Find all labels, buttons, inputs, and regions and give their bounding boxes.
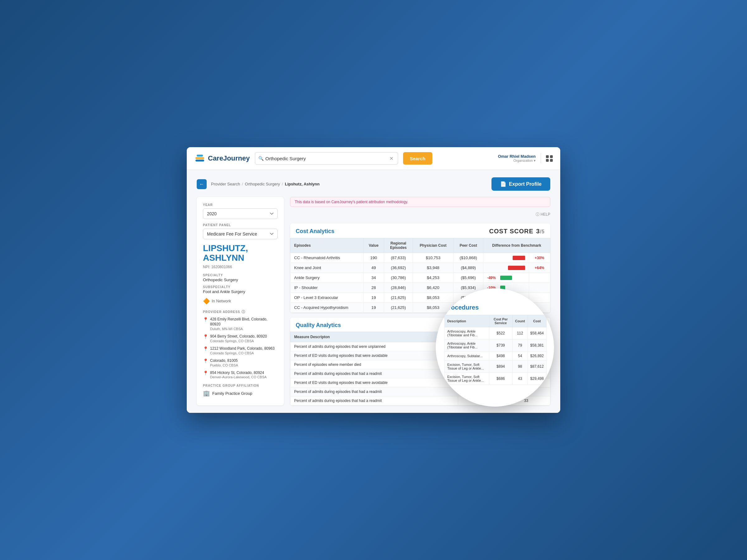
address-street: 1212 Woodland Park, Colorado, 80963 xyxy=(210,346,275,351)
episode-name: IP - Shoulder xyxy=(290,283,364,293)
address-icon: 📍 xyxy=(203,371,208,375)
address-icon: 📍 xyxy=(203,358,208,364)
cost-analytics-title: Cost Analytics xyxy=(296,228,334,235)
col-diff: Difference from Benchmark xyxy=(483,238,550,253)
physician-cost: $3,948 xyxy=(413,263,454,273)
diff-pct xyxy=(529,273,550,283)
proc-cost-per-service: $498 xyxy=(489,351,512,361)
cost-score-label: COST SCORE 3/5 xyxy=(489,230,545,234)
table-row: Arthroscopy, Subtalar... $498 54 $26,892 xyxy=(445,351,546,361)
value: 19 xyxy=(363,303,384,313)
col-description: Description xyxy=(445,315,489,327)
breadcrumb-sep2: / xyxy=(282,182,283,186)
physician-cost: $8,053 xyxy=(413,303,454,313)
diff-pct: +30% xyxy=(529,253,550,263)
panel-select[interactable]: Medicare Fee For Service xyxy=(203,229,278,239)
proc-count: 98 xyxy=(512,361,527,373)
regional: (87,633) xyxy=(384,253,413,263)
peer-cost: ($10,868) xyxy=(454,253,483,263)
value: 34 xyxy=(363,273,384,283)
info-banner-text: This data is based on CareJourney's pati… xyxy=(295,200,408,204)
diff-bar-neg xyxy=(508,266,525,270)
peer-cost: ($4,889) xyxy=(454,263,483,273)
table-row: Knee and Joint 49 (36,692) $3,948 ($4,88… xyxy=(290,263,550,273)
proc-description: Excision, Tumor, Soft Tissue of Leg or A… xyxy=(445,361,489,373)
cost-score: COST SCORE 3/5 xyxy=(489,228,545,235)
col-value: Value xyxy=(363,238,384,253)
address-icon: 📍 xyxy=(203,334,208,339)
address-item: 📍 1212 Woodland Park, Colorado, 80963 Co… xyxy=(203,346,278,355)
diff-bar-cell: -49% xyxy=(483,273,529,283)
help-link[interactable]: ⓘ HELP xyxy=(536,212,550,217)
proc-cost: $58,464 xyxy=(527,327,546,340)
address-street: 854 Hickory St, Colorado, 80924 xyxy=(210,370,267,375)
specialty-value: Orthopedic Surgery xyxy=(203,277,278,282)
address-region: Colorado Springs, CO CBSA xyxy=(210,339,267,343)
proc-count: 112 xyxy=(512,327,527,340)
regional: (30,786) xyxy=(384,273,413,283)
proc-cost-per-service: $739 xyxy=(489,340,512,351)
address-street: 428 Emily Renzelli Blvd, Colorado, 80920 xyxy=(210,317,278,327)
col-peer-cost: Peer Cost xyxy=(454,238,483,253)
network-label: In Network xyxy=(212,299,231,303)
physician-cost: $4,253 xyxy=(413,273,454,283)
measure-text: Percent of episodes where member died xyxy=(290,360,458,369)
breadcrumb: ← Provider Search / Orthopedic Surgery /… xyxy=(197,179,320,189)
breadcrumb-provider-search[interactable]: Provider Search xyxy=(211,182,240,186)
table-row: Excision, Tumor, Soft Tissue of Leg or A… xyxy=(445,373,546,385)
address-icon: 📍 xyxy=(203,346,208,351)
network-badge: 🔶 In Network xyxy=(203,298,278,304)
col-count: Count xyxy=(512,315,527,327)
proc-count: 79 xyxy=(512,340,527,351)
breadcrumb-sep1: / xyxy=(242,182,243,186)
value: 19 xyxy=(363,293,384,303)
search-input[interactable] xyxy=(265,156,389,161)
diff-bar-neg xyxy=(513,256,525,260)
address-item: 📍 428 Emily Renzelli Blvd, Colorado, 809… xyxy=(203,317,278,331)
physician-cost: $10,753 xyxy=(413,253,454,263)
proc-cost-per-service: $894 xyxy=(489,361,512,373)
measure-text: Percent of ED visits during episodes tha… xyxy=(290,378,458,387)
address-street: 904 Berry Street, Colorado, 80920 xyxy=(210,334,267,339)
proc-cost: $58,381 xyxy=(527,340,546,351)
export-profile-button[interactable]: 📄 Export Profile xyxy=(491,177,550,191)
specialty-label: SPECIALTY xyxy=(203,273,278,277)
header-right: Omar Rhiel Madsen Organization ▾ xyxy=(498,153,553,163)
grid-icon[interactable] xyxy=(546,155,553,162)
proc-description: Excision, Tumor, Soft Tissue of Leg or A… xyxy=(445,373,489,385)
address-item: 📍 854 Hickory St, Colorado, 80924 Denver… xyxy=(203,370,278,379)
episode-name: CC - Acquired Hypothyroidism xyxy=(290,303,364,313)
provider-npi: NPI: 1620801066 xyxy=(203,265,278,269)
search-bar[interactable]: 🔍 ✕ xyxy=(255,152,398,165)
address-street: Colorado, 81005 xyxy=(210,358,238,364)
address-icon: 📍 xyxy=(203,317,208,322)
col-episodes: Episodes xyxy=(290,238,364,253)
export-label: Export Profile xyxy=(509,181,542,187)
measure-text: Percent of admits during episodes that h… xyxy=(290,369,458,378)
practice-name: Family Practice Group xyxy=(212,391,252,396)
address-region: Denver-Aurora-Lakewood, CO CBSA xyxy=(210,375,267,379)
search-clear-icon[interactable]: ✕ xyxy=(389,156,393,161)
network-icon: 🔶 xyxy=(203,298,210,304)
year-select[interactable]: 2020 xyxy=(203,209,278,219)
table-row: Arthroscopy, Ankle (Tibiotalar and Fib..… xyxy=(445,327,546,340)
user-org[interactable]: Organization ▾ xyxy=(498,159,536,163)
procedures-title: Procedures xyxy=(444,304,546,311)
user-name: Omar Rhiel Madsen xyxy=(498,154,536,159)
logo[interactable]: CareJourney xyxy=(194,153,250,164)
back-button[interactable]: ← xyxy=(197,179,207,189)
address-item: 📍 904 Berry Street, Colorado, 80920 Colo… xyxy=(203,334,278,343)
breadcrumb-specialty[interactable]: Orthopedic Surgery xyxy=(245,182,280,186)
col-cost: Cost xyxy=(527,315,546,327)
address-region: Pueblo, CO CBSA xyxy=(210,364,238,367)
user-info: Omar Rhiel Madsen Organization ▾ xyxy=(498,154,536,163)
logo-icon xyxy=(194,153,205,164)
table-row: Ankle Surgery 34 (30,786) $4,253 ($5,696… xyxy=(290,273,550,283)
diff-bar-cell xyxy=(483,263,529,273)
cost-score-value: 3 xyxy=(536,228,540,235)
subspecialty-value: Foot and Ankle Surgery xyxy=(203,289,278,294)
search-button[interactable]: Search xyxy=(403,152,432,165)
cost-analytics-header: Cost Analytics COST SCORE 3/5 xyxy=(290,223,550,238)
address-item: 📍 Colorado, 81005 Pueblo, CO CBSA xyxy=(203,358,278,367)
proc-count: 43 xyxy=(512,373,527,385)
